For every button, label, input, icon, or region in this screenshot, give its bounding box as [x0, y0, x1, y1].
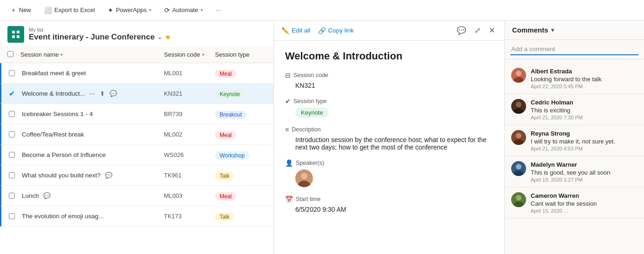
list-meta: My list Event itinerary - June Conferenc… — [29, 27, 171, 42]
comment-body-1: Albert Estrada Looking forward to the ta… — [531, 68, 637, 89]
row-check-4[interactable] — [9, 131, 22, 137]
session-type-value: Keynote — [285, 108, 493, 117]
close-detail-button[interactable]: ✕ — [487, 24, 497, 37]
list-title-chevron[interactable]: ⌄ — [157, 34, 162, 40]
row-actions-2: ⋯ ⬆ 💬 — [88, 89, 118, 98]
row-type-8: Talk — [215, 213, 266, 220]
comment-avatar-1 — [511, 68, 526, 83]
more-button[interactable]: ··· — [213, 5, 224, 15]
automate-icon: ⟳ — [164, 7, 170, 14]
svg-point-11 — [516, 102, 521, 107]
row-share-btn-2[interactable]: ⬆ — [98, 89, 106, 98]
badge-talk-6: Talk — [215, 172, 234, 180]
col-name-header[interactable]: Session name ▾ — [20, 51, 164, 58]
list-row[interactable]: Coffee/Tea/Rest break ML002 Meal — [0, 124, 273, 145]
detail-body: Welcome & Introduction ⊟ Session code KN… — [274, 41, 504, 254]
svg-point-14 — [516, 133, 521, 138]
row-check-5[interactable] — [9, 152, 22, 158]
list-row[interactable]: Icebreaker Sessions 1 - 4 BR739 Breakout — [0, 104, 273, 124]
comments-panel: Comments ▾ Albert Estrada Looking forwar… — [505, 20, 644, 254]
row-name-4: Coffee/Tea/Rest break — [22, 131, 164, 138]
select-all-checkbox[interactable] — [7, 51, 13, 57]
comment-avatar-5 — [511, 192, 526, 207]
session-code-icon: ⊟ — [285, 72, 291, 79]
session-type-label: ✔ Session type — [285, 98, 493, 105]
row-comment-btn-7[interactable]: 💬 — [42, 191, 52, 200]
list-row[interactable]: ✔ Welcome & Introduct... ⋯ ⬆ 💬 KN321 Key… — [0, 84, 273, 104]
row-type-6: Talk — [215, 172, 266, 179]
row-comment-btn-2[interactable]: 💬 — [108, 89, 118, 98]
powerapps-button[interactable]: ✦ PowerApps ▾ — [105, 5, 154, 16]
powerapps-chevron: ▾ — [149, 7, 151, 13]
row-check-8[interactable] — [9, 213, 22, 219]
comment-body-5: Cameron Warren Cant wait for the session… — [531, 192, 637, 214]
row-name-1: Breakfast meet & greet — [22, 70, 164, 77]
row-code-6: TK961 — [164, 172, 215, 179]
list-favorite-star[interactable]: ★ — [165, 33, 171, 41]
detail-toolbar-right: 💬 ⤢ ✕ — [455, 24, 497, 37]
row-check-1[interactable] — [9, 70, 22, 76]
powerapps-label: PowerApps — [116, 7, 146, 13]
row-check-7[interactable] — [9, 193, 22, 199]
comment-body-2: Cedric Holman This is exciting April 21,… — [531, 99, 637, 120]
svg-point-5 — [301, 173, 307, 179]
badge-breakout-3: Breakout — [215, 111, 247, 119]
main-toolbar: ＋ New ⬜ Export to Excel ✦ PowerApps ▾ ⟳ … — [0, 0, 644, 20]
session-code-label: ⊟ Session code — [285, 72, 493, 79]
row-more-btn-2[interactable]: ⋯ — [88, 89, 97, 98]
list-header: My list Event itinerary - June Conferenc… — [0, 20, 273, 46]
row-name-5: Become a Person of Influence — [22, 151, 164, 158]
comments-chevron[interactable]: ▾ — [551, 27, 554, 33]
comment-item: Cedric Holman This is exciting April 21,… — [505, 94, 644, 125]
row-name-2: Welcome & Introduct... ⋯ ⬆ 💬 — [22, 89, 164, 98]
export-button[interactable]: ⬜ Export to Excel — [41, 5, 98, 16]
list-row[interactable]: The evolution of emoji usag... TK173 Tal… — [0, 206, 273, 227]
col-code-header[interactable]: Session code ▾ — [164, 51, 215, 58]
row-check-2[interactable]: ✔ — [9, 89, 22, 98]
session-type-icon: ✔ — [285, 98, 291, 105]
session-type-badge: Keynote — [295, 108, 329, 117]
new-icon: ＋ — [10, 6, 17, 14]
comment-input[interactable] — [510, 44, 638, 55]
main-area: My list Event itinerary - June Conferenc… — [0, 20, 644, 254]
speakers-field: 👤 Speaker(s) — [285, 159, 493, 187]
comments-icon-button[interactable]: 💬 — [455, 24, 468, 37]
link-icon: 🔗 — [318, 27, 326, 34]
list-title: Event itinerary - June Conference — [29, 33, 155, 42]
badge-meal-4: Meal — [215, 131, 236, 139]
row-code-1: ML001 — [164, 70, 215, 77]
detail-toolbar: ✏️ Edit all 🔗 Copy link 💬 ⤢ ✕ — [274, 20, 504, 41]
row-type-3: Breakout — [215, 111, 266, 118]
comment-avatar-3 — [511, 130, 526, 145]
session-code-field: ⊟ Session code KN321 — [285, 72, 493, 89]
row-name-3: Icebreaker Sessions 1 - 4 — [22, 111, 164, 117]
comment-body-3: Reyna Strong I will try to make it, not … — [531, 130, 637, 151]
automate-label: Automate — [172, 7, 198, 13]
svg-rect-2 — [12, 35, 15, 38]
edit-all-button[interactable]: ✏️ Edit all — [281, 27, 311, 34]
new-button[interactable]: ＋ New — [7, 4, 34, 16]
col-check-header — [7, 51, 20, 59]
calendar-icon: 📅 — [285, 195, 293, 203]
row-code-7: ML003 — [164, 192, 215, 199]
automate-button[interactable]: ⟳ Automate ▾ — [162, 5, 206, 16]
row-type-5: Workshop — [215, 151, 266, 159]
svg-point-20 — [516, 195, 521, 201]
list-row[interactable]: What should you build next? 💬 TK961 Talk — [0, 165, 273, 186]
svg-point-8 — [516, 71, 521, 76]
description-field: ≡ Description Introduction session by th… — [285, 126, 493, 151]
list-row[interactable]: Become a Person of Influence WS026 Works… — [0, 145, 273, 165]
badge-talk-8: Talk — [215, 213, 234, 221]
row-type-7: Meal — [215, 192, 266, 200]
row-comment-btn-6[interactable]: 💬 — [104, 171, 114, 180]
expand-button[interactable]: ⤢ — [473, 24, 482, 37]
speaker-icon: 👤 — [285, 159, 293, 167]
col-name-sort: ▾ — [60, 52, 63, 57]
row-check-3[interactable] — [9, 111, 22, 117]
copy-link-button[interactable]: 🔗 Copy link — [318, 27, 354, 34]
list-row[interactable]: Breakfast meet & greet ML001 Meal — [0, 63, 273, 84]
badge-meal-1: Meal — [215, 70, 236, 78]
speakers-value — [285, 169, 493, 187]
row-check-6[interactable] — [9, 172, 22, 178]
list-row[interactable]: Lunch 💬 ML003 Meal — [0, 186, 273, 206]
